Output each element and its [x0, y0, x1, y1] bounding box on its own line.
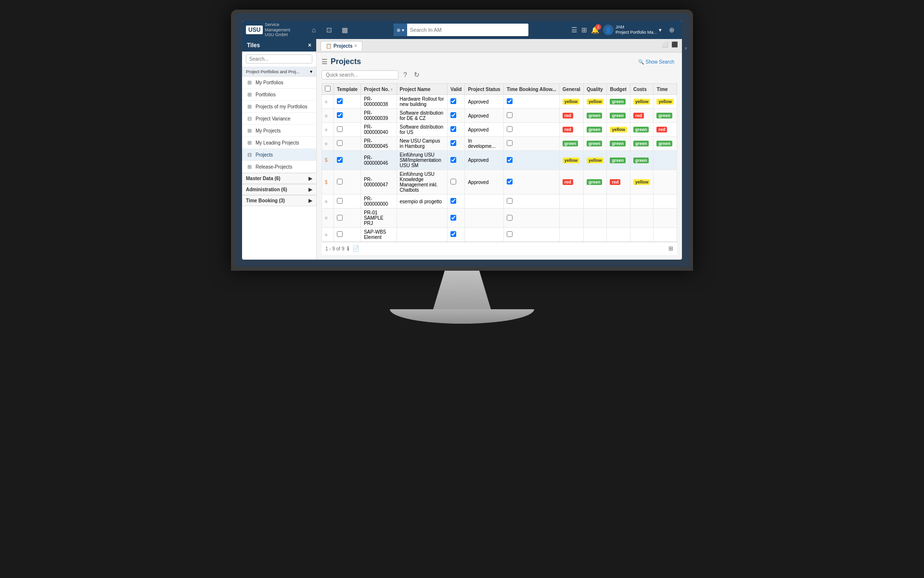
valid-checkbox[interactable]	[450, 215, 456, 221]
sidebar-search-input[interactable]	[246, 54, 312, 64]
col-budget[interactable]: Budget	[607, 84, 630, 95]
home-button[interactable]: ⌂	[308, 24, 320, 36]
sidebar-item-portfolios[interactable]: ⊞ Portfolios	[242, 89, 316, 101]
valid-checkbox[interactable]	[450, 157, 456, 163]
time-booking-checkbox[interactable]	[507, 126, 513, 132]
time-booking-checkbox[interactable]	[507, 215, 513, 221]
col-time-booking[interactable]: Time Booking Allow...	[503, 84, 559, 95]
show-search-button[interactable]: 🔍 Show Search	[635, 58, 677, 66]
row-general	[559, 228, 583, 242]
sidebar-item-my-portfolios[interactable]: ⊞ My Portfolios	[242, 77, 316, 89]
row-select-cell: ≡	[322, 137, 334, 151]
valid-checkbox[interactable]	[450, 98, 456, 104]
sidebar-item-project-variance[interactable]: ⊟ Project Variance	[242, 113, 316, 125]
tab-close-button[interactable]: ×	[354, 43, 357, 48]
costs-badge: yellow	[633, 99, 651, 105]
table-row[interactable]: ≡ PR-01 SAMPLE PRJ	[322, 209, 677, 228]
sidebar-group-time-booking[interactable]: Time Booking (3) ▶	[242, 195, 316, 206]
template-checkbox[interactable]	[337, 157, 343, 163]
valid-checkbox[interactable]	[450, 231, 456, 237]
tabs-bar: 📋 Projects × ⬜ ⬛	[317, 39, 682, 53]
sidebar-search-area: ×	[242, 52, 316, 67]
portfolios-icon: ⊞	[246, 91, 253, 98]
time-booking-checkbox[interactable]	[507, 98, 513, 104]
template-checkbox[interactable]	[337, 126, 343, 132]
table-row[interactable]: ≡ PR-000000040 Software distribution for…	[322, 123, 677, 137]
time-booking-checkbox[interactable]	[507, 198, 513, 204]
row-general: red	[559, 109, 583, 123]
valid-checkbox[interactable]	[450, 112, 456, 118]
valid-checkbox[interactable]	[450, 179, 456, 184]
sidebar-item-projects[interactable]: ⊟ Projects	[242, 149, 316, 161]
table-row[interactable]: ≡ PR-000000039 Software distribution for…	[322, 109, 677, 123]
col-project-status[interactable]: Project Status	[465, 84, 503, 95]
time-booking-checkbox[interactable]	[507, 112, 513, 118]
template-checkbox[interactable]	[337, 198, 343, 204]
row-template-cell	[334, 209, 361, 228]
chart-button[interactable]: ▦	[338, 24, 351, 36]
restore-icon[interactable]: ⬜	[662, 41, 668, 48]
bookmark-icon-button[interactable]: ☰	[571, 26, 578, 34]
maximize-icon[interactable]: ⬛	[671, 41, 678, 48]
row-time: green	[654, 109, 677, 123]
search-filter-button[interactable]: ⊕ ▾	[394, 24, 407, 36]
select-all-checkbox[interactable]	[325, 86, 331, 92]
template-checkbox[interactable]	[337, 179, 343, 184]
time-booking-checkbox[interactable]	[507, 231, 513, 237]
template-checkbox[interactable]	[337, 112, 343, 118]
col-project-name[interactable]: Project Name	[397, 84, 448, 95]
export-table-icon[interactable]: ⊞	[668, 245, 673, 252]
time-booking-checkbox[interactable]	[507, 157, 513, 163]
col-valid[interactable]: Valid	[448, 84, 465, 95]
sidebar-portfolio-section[interactable]: Project Portfolios and Proj... ▾	[242, 67, 316, 77]
monitor-button[interactable]: ⊡	[323, 24, 335, 36]
col-costs[interactable]: Costs	[630, 84, 654, 95]
col-quality[interactable]: Quality	[583, 84, 607, 95]
valid-checkbox[interactable]	[450, 126, 456, 132]
refresh-button[interactable]: ↻	[412, 70, 422, 79]
template-checkbox[interactable]	[337, 140, 343, 146]
time-booking-checkbox[interactable]	[507, 179, 513, 184]
logout-button[interactable]: ⊕	[666, 24, 678, 36]
sidebar-group-administration[interactable]: Administration (6) ▶	[242, 184, 316, 195]
template-checkbox[interactable]	[337, 98, 343, 104]
time-booking-checkbox[interactable]	[507, 140, 513, 146]
row-project-no: SAP-WBS Element	[361, 228, 397, 242]
table-row[interactable]: ≡ PR-000000045 New USU Campus in Hamburg…	[322, 137, 677, 151]
quick-search-input[interactable]	[321, 70, 398, 79]
sidebar-close-button[interactable]: ×	[308, 42, 311, 49]
table-row[interactable]: ≡ SAP-WBS Element	[322, 228, 677, 242]
my-projects-icon: ⊞	[246, 127, 253, 134]
table-row[interactable]: ≡ PR-000000038 Hardware Rollout for new …	[322, 95, 677, 109]
row-expand-icon: ≡	[325, 99, 328, 105]
col-time[interactable]: Time	[654, 84, 677, 95]
valid-checkbox[interactable]	[450, 140, 456, 146]
col-general[interactable]: General	[559, 84, 583, 95]
monitor-screen: USU Service Management USU GmbH ⌂ ⊡	[231, 10, 693, 271]
export-icon[interactable]: 📄	[352, 245, 359, 252]
table-row[interactable]: ≡ PR-000000000 esempio di progetto	[322, 195, 677, 209]
sidebar-item-release-projects[interactable]: ⊞ Release-Projects	[242, 161, 316, 173]
row-expand-icon: ≡	[325, 232, 328, 237]
col-template[interactable]: Template	[334, 84, 361, 95]
sidebar-item-my-leading-projects[interactable]: ⊞ My Leading Projects	[242, 137, 316, 149]
table-row[interactable]: $ PR-000000046 Einführung USU SM/Impleme…	[322, 151, 677, 170]
user-area[interactable]: 👤 JAM Project Portfolio Ma... ▾	[603, 25, 662, 35]
info-icon[interactable]: ℹ	[347, 245, 349, 252]
template-checkbox[interactable]	[337, 215, 343, 221]
menu-icon[interactable]: ☰	[321, 58, 328, 66]
grid-icon-button[interactable]: ⊞	[581, 26, 587, 34]
template-checkbox[interactable]	[337, 231, 343, 237]
sidebar-group-master-data[interactable]: Master Data (6) ▶	[242, 173, 316, 184]
sidebar-item-projects-of-portfolios[interactable]: ⊞ Projects of my Portfolios	[242, 101, 316, 113]
row-select-cell: ≡	[322, 109, 334, 123]
search-input[interactable]	[407, 24, 528, 36]
col-project-no[interactable]: Project No. ↑	[361, 84, 397, 95]
valid-checkbox[interactable]	[450, 198, 456, 204]
notifications-button[interactable]: 🔔 2	[591, 26, 599, 34]
table-row[interactable]: $ PR-000000047 Einführung USU Knowledge …	[322, 170, 677, 195]
monitor-icon: ⊡	[326, 26, 332, 34]
sidebar-item-my-projects[interactable]: ⊞ My Projects	[242, 125, 316, 137]
help-button[interactable]: ?	[401, 70, 409, 79]
tab-projects[interactable]: 📋 Projects ×	[321, 41, 362, 51]
